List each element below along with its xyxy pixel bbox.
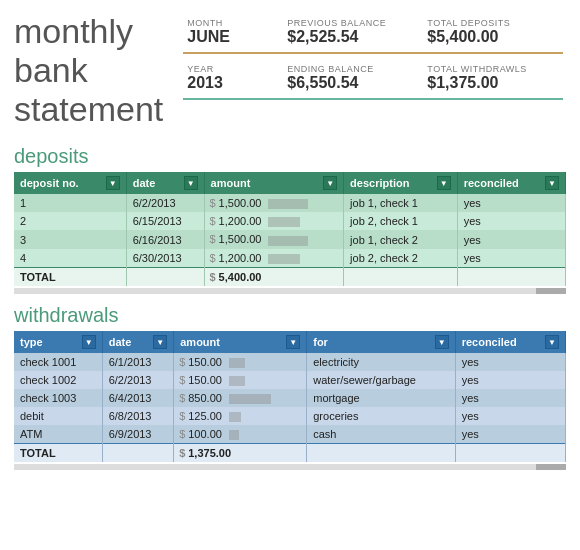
withdrawal-for-dropdown[interactable]: ▼ [435,335,449,349]
deposits-col-description: description ▼ [344,172,458,194]
deposit-date: 6/16/2013 [126,230,204,248]
withdrawal-reconciled: yes [455,407,565,425]
withdrawal-amount: $100.00 [174,425,307,444]
deposit-row: 2 6/15/2013 $1,200.00 job 2, check 1 yes [14,212,566,230]
withdrawal-row: check 1002 6/2/2013 $150.00 water/sewer/… [14,371,566,389]
withdrawal-for: mortgage [307,389,455,407]
withdrawal-amount-dropdown[interactable]: ▼ [286,335,300,349]
month-value: JUNE [183,28,283,54]
title-block: monthly bank statement [14,12,163,129]
deposits-col-date: date ▼ [126,172,204,194]
withdrawal-amount: $150.00 [174,353,307,371]
deposits-total-desc [344,267,458,286]
withdrawals-body: check 1001 6/1/2013 $150.00 electricity … [14,353,566,444]
deposit-date-dropdown[interactable]: ▼ [184,176,198,190]
withdrawals-total-for [307,444,455,463]
deposit-reconciled: yes [457,194,565,212]
deposit-amount: $1,500.00 [204,230,344,248]
deposit-description: job 1, check 1 [344,194,458,212]
withdrawal-type: check 1002 [14,371,102,389]
deposit-reconciled: yes [457,249,565,268]
withdrawals-section-title: withdrawals [14,304,566,327]
page-title: monthly bank statement [14,12,163,129]
withdrawal-date-dropdown[interactable]: ▼ [153,335,167,349]
deposit-amount-dropdown[interactable]: ▼ [323,176,337,190]
withdrawal-amount-bar [229,394,271,404]
deposits-scrollbar-thumb[interactable] [536,288,566,294]
withdrawal-for: cash [307,425,455,444]
deposit-desc-dropdown[interactable]: ▼ [437,176,451,190]
deposits-total-label: TOTAL [14,267,126,286]
withdrawal-amount: $125.00 [174,407,307,425]
withdrawal-type: debit [14,407,102,425]
withdrawal-reconciled: yes [455,371,565,389]
total-deposits-value: $5,400.00 [423,28,563,54]
withdrawal-row: check 1001 6/1/2013 $150.00 electricity … [14,353,566,371]
deposits-total-amount: $ 5,400.00 [204,267,344,286]
deposits-header-row: deposit no. ▼ date ▼ amount ▼ [14,172,566,194]
withdrawal-type: check 1001 [14,353,102,371]
deposit-no: 1 [14,194,126,212]
withdrawals-col-for: for ▼ [307,331,455,353]
withdrawal-row: debit 6/8/2013 $125.00 groceries yes [14,407,566,425]
withdrawal-amount: $150.00 [174,371,307,389]
deposit-amount: $1,500.00 [204,194,344,212]
total-withdrawls-value: $1,375.00 [423,74,563,100]
withdrawal-for: groceries [307,407,455,425]
deposits-section-title: deposits [14,145,566,168]
deposits-total-row: TOTAL $ 5,400.00 [14,267,566,286]
page: monthly bank statement MONTH PREVIOUS BA… [0,0,580,484]
withdrawal-for: electricity [307,353,455,371]
deposit-reconciled-dropdown[interactable]: ▼ [545,176,559,190]
deposit-amount-bar [268,199,308,209]
year-value: 2013 [183,74,283,100]
withdrawals-scrollbar[interactable] [14,464,566,470]
prev-balance-value: $2,525.54 [283,28,423,54]
withdrawal-reconciled: yes [455,425,565,444]
deposits-scrollbar[interactable] [14,288,566,294]
withdrawals-scrollbar-thumb[interactable] [536,464,566,470]
deposit-amount: $1,200.00 [204,212,344,230]
deposit-row: 1 6/2/2013 $1,500.00 job 1, check 1 yes [14,194,566,212]
withdrawal-amount: $850.00 [174,389,307,407]
deposit-date: 6/15/2013 [126,212,204,230]
month-label: MONTH [183,16,283,28]
info-grid: MONTH PREVIOUS BALANCE TOTAL DEPOSITS JU… [183,12,566,100]
withdrawal-reconciled-dropdown[interactable]: ▼ [545,335,559,349]
withdrawals-col-type: type ▼ [14,331,102,353]
withdrawal-date: 6/4/2013 [102,389,174,407]
withdrawal-date: 6/8/2013 [102,407,174,425]
withdrawal-amount-bar [229,412,241,422]
deposit-row: 3 6/16/2013 $1,500.00 job 1, check 2 yes [14,230,566,248]
deposit-description: job 2, check 1 [344,212,458,230]
deposits-table: deposit no. ▼ date ▼ amount ▼ [14,172,566,285]
deposit-amount-bar [268,254,300,264]
deposit-no-dropdown[interactable]: ▼ [106,176,120,190]
deposit-no: 2 [14,212,126,230]
deposits-body: 1 6/2/2013 $1,500.00 job 1, check 1 yes … [14,194,566,267]
withdrawal-type-dropdown[interactable]: ▼ [82,335,96,349]
row-divider [183,54,563,62]
deposit-reconciled: yes [457,230,565,248]
deposit-date: 6/2/2013 [126,194,204,212]
deposit-description: job 2, check 2 [344,249,458,268]
withdrawal-reconciled: yes [455,389,565,407]
withdrawals-col-amount: amount ▼ [174,331,307,353]
deposit-amount-bar [268,217,300,227]
deposit-no: 3 [14,230,126,248]
withdrawal-reconciled: yes [455,353,565,371]
withdrawal-type: check 1003 [14,389,102,407]
deposit-no: 4 [14,249,126,268]
withdrawal-for: water/sewer/garbage [307,371,455,389]
deposit-description: job 1, check 2 [344,230,458,248]
withdrawal-amount-bar [229,376,245,386]
header-section: monthly bank statement MONTH PREVIOUS BA… [14,12,566,129]
deposit-row: 4 6/30/2013 $1,200.00 job 2, check 2 yes [14,249,566,268]
withdrawals-total-date [102,444,174,463]
prev-balance-label: PREVIOUS BALANCE [283,16,423,28]
withdrawals-table: type ▼ date ▼ amount ▼ [14,331,566,462]
withdrawal-amount-bar [229,358,245,368]
withdrawals-total-reconciled [455,444,565,463]
withdrawals-total-row: TOTAL $ 1,375.00 [14,444,566,463]
withdrawal-row: check 1003 6/4/2013 $850.00 mortgage yes [14,389,566,407]
